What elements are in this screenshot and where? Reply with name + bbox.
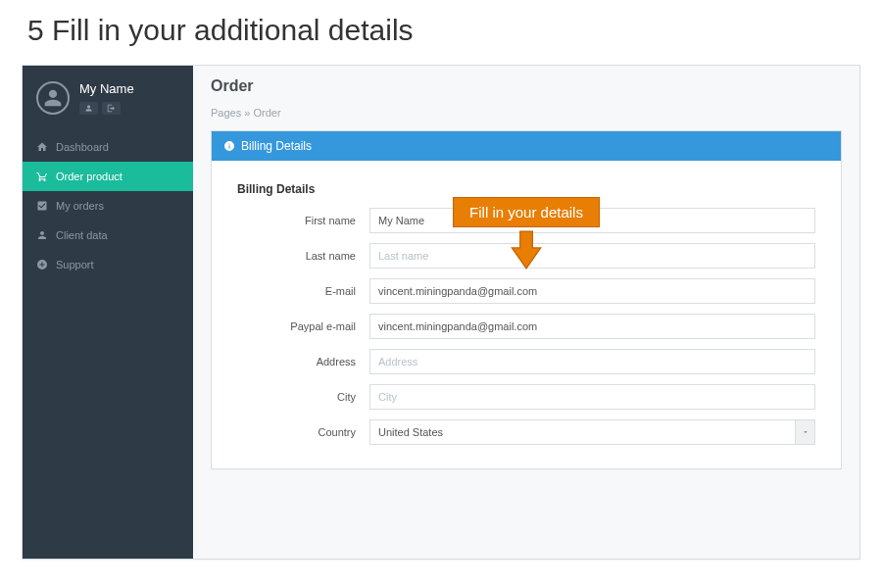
input-first-name[interactable]: [369, 208, 815, 233]
sidebar-item-order-product[interactable]: Order product: [23, 162, 193, 191]
sidebar-nav: Dashboard Order product My orders Client…: [23, 132, 193, 279]
label-first-name: First name: [237, 215, 369, 226]
row-city: City: [237, 384, 815, 410]
sidebar-item-label: Dashboard: [56, 141, 109, 153]
billing-panel: Billing Details Billing Details First na…: [211, 130, 842, 469]
profile-name: My Name: [79, 81, 134, 96]
row-last-name: Last name: [237, 243, 815, 269]
select-country[interactable]: United States: [369, 419, 815, 445]
cart-icon: [36, 171, 48, 182]
row-first-name: First name: [237, 208, 815, 233]
panel-body: Billing Details First name Last name E-m…: [212, 161, 841, 468]
main-content: Order Pages » Order Billing Details Bill…: [193, 66, 859, 559]
profile-logout-button[interactable]: [102, 102, 121, 115]
input-city[interactable]: [369, 384, 815, 410]
breadcrumb: Pages » Order: [193, 103, 859, 130]
plus-circle-icon: [36, 259, 48, 270]
profile-settings-button[interactable]: [79, 102, 98, 115]
sidebar-item-support[interactable]: Support: [23, 250, 193, 279]
user-icon: [36, 229, 48, 241]
panel-header: Billing Details: [212, 131, 841, 161]
page-header: Order: [193, 66, 859, 103]
row-country: Country United States: [237, 419, 815, 445]
row-paypal-email: Paypal e-mail: [237, 314, 815, 339]
slide-title: 5 Fill in your additional details: [0, 0, 882, 65]
sidebar: My Name Dashboard Order product My order…: [23, 66, 193, 559]
input-last-name[interactable]: [369, 243, 815, 269]
panel-header-label: Billing Details: [241, 139, 312, 153]
input-paypal-email[interactable]: [369, 314, 815, 339]
input-email[interactable]: [369, 278, 815, 304]
label-country: Country: [237, 426, 369, 438]
avatar-icon: [43, 88, 63, 108]
page-title: Order: [211, 77, 842, 95]
label-city: City: [237, 391, 369, 403]
avatar: [36, 81, 70, 115]
home-icon: [36, 141, 48, 153]
row-address: Address: [237, 349, 815, 374]
sidebar-item-label: Order product: [56, 171, 122, 182]
info-icon: [223, 140, 235, 152]
label-paypal-email: Paypal e-mail: [237, 320, 369, 332]
sidebar-item-label: Support: [56, 259, 94, 270]
sidebar-item-client-data[interactable]: Client data: [23, 220, 193, 250]
sidebar-item-label: My orders: [56, 200, 104, 212]
check-icon: [36, 200, 48, 212]
breadcrumb-root[interactable]: Pages: [211, 107, 241, 119]
sidebar-item-my-orders[interactable]: My orders: [23, 191, 193, 220]
input-address[interactable]: [369, 349, 815, 374]
row-email: E-mail: [237, 278, 815, 304]
profile-actions: [79, 102, 134, 115]
profile-block: My Name: [23, 66, 193, 124]
sidebar-item-label: Client data: [56, 229, 108, 241]
label-last-name: Last name: [237, 250, 369, 262]
label-address: Address: [237, 356, 369, 368]
sidebar-item-dashboard[interactable]: Dashboard: [23, 132, 193, 162]
breadcrumb-current: Order: [253, 107, 280, 119]
breadcrumb-sep: »: [244, 107, 250, 119]
form-section-title: Billing Details: [237, 182, 815, 196]
app-frame: My Name Dashboard Order product My order…: [22, 65, 860, 560]
label-email: E-mail: [237, 285, 369, 297]
user-icon: [84, 104, 93, 113]
logout-icon: [107, 104, 116, 113]
